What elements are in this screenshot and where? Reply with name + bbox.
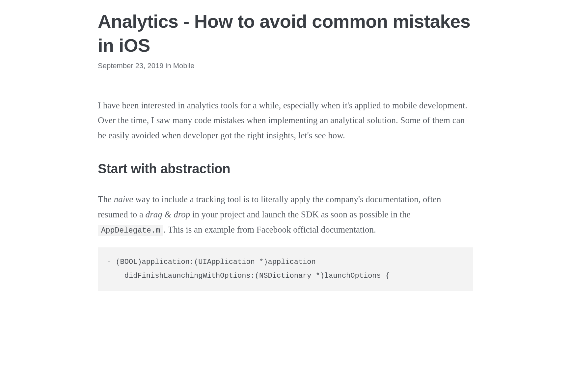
article-content: I have been interested in analytics tool…	[98, 98, 473, 291]
section-paragraph: The naive way to include a tracking tool…	[98, 192, 473, 238]
emphasis-naive: naive	[114, 194, 133, 204]
section-heading: Start with abstraction	[98, 161, 473, 176]
post-date: September 23, 2019	[98, 62, 163, 70]
page-title: Analytics - How to avoid common mistakes…	[98, 10, 473, 58]
category-link[interactable]: Mobile	[173, 62, 195, 70]
code-block: - (BOOL)application:(UIApplication *)app…	[98, 247, 473, 291]
post-meta: September 23, 2019 in Mobile	[98, 62, 473, 70]
meta-separator: in	[163, 62, 173, 70]
intro-paragraph: I have been interested in analytics tool…	[98, 98, 473, 144]
emphasis-dragdrop: drag & drop	[146, 210, 190, 219]
inline-code: AppDelegate.m	[98, 225, 163, 236]
